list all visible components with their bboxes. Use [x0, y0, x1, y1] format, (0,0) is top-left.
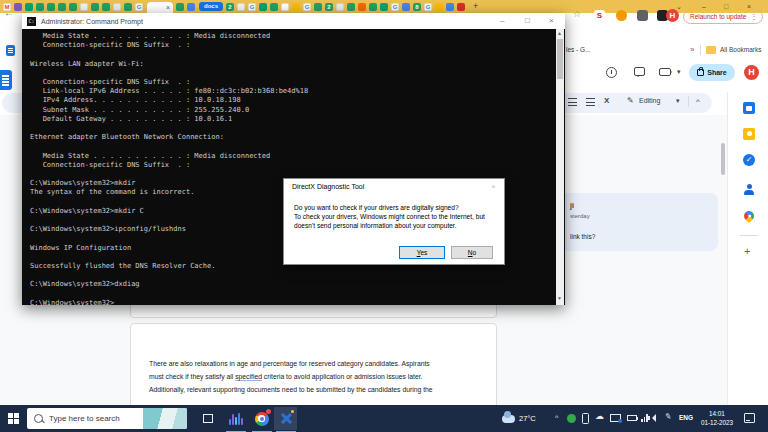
doc-link[interactable]: specified	[235, 373, 262, 380]
tab-favicon[interactable]	[292, 3, 300, 11]
hide-menus-chevron-icon[interactable]: ^	[696, 97, 700, 106]
tab-favicon[interactable]	[113, 3, 121, 11]
tab-favicon[interactable]: 2	[226, 3, 234, 11]
tab-favicon[interactable]: G	[391, 3, 399, 11]
docs-profile-avatar[interactable]: H	[744, 65, 759, 80]
tab-favicon[interactable]	[435, 3, 443, 11]
docs-logo-icon[interactable]	[0, 70, 12, 90]
taskbar-search-input[interactable]: Type here to search	[27, 408, 187, 429]
tab-favicon[interactable]: 2	[325, 3, 333, 11]
meet-caret-icon[interactable]: ▾	[677, 68, 681, 76]
tab-favicon[interactable]: G	[248, 3, 256, 11]
tab-favicon[interactable]	[259, 3, 267, 11]
network-signal-icon[interactable]	[641, 414, 648, 422]
x-app-icon[interactable]	[274, 407, 297, 430]
bookmarks-folder-icon[interactable]	[706, 46, 716, 54]
tab-favicon[interactable]	[47, 3, 55, 11]
waveform-app-icon[interactable]	[224, 407, 247, 430]
language-indicator[interactable]: ENG	[679, 414, 693, 421]
tab-favicon[interactable]	[270, 3, 278, 11]
tab-favicon[interactable]	[187, 3, 195, 11]
cmd-close-button[interactable]: ×	[549, 13, 554, 29]
browser-menu-icon[interactable]: ⋮	[750, 9, 757, 24]
relaunch-to-update-button[interactable]: Relaunch to update ⋮	[683, 9, 763, 24]
keep-icon[interactable]	[743, 128, 755, 140]
tab-favicon[interactable]	[314, 3, 322, 11]
tab-favicon[interactable]	[237, 3, 245, 11]
bookmark-star-icon[interactable]: ☆	[573, 9, 581, 19]
pencil-icon[interactable]: ✎	[627, 96, 634, 105]
tab-close-icon[interactable]: ×	[166, 3, 170, 12]
tray-phone-icon[interactable]	[582, 413, 589, 424]
tab-favicon[interactable]	[91, 3, 99, 11]
clear-formatting-icon[interactable]: X	[604, 96, 609, 105]
tab-favicon[interactable]	[176, 3, 184, 11]
comment-icon[interactable]	[634, 67, 645, 76]
tab-favicon[interactable]	[402, 3, 410, 11]
tab-favicon[interactable]	[446, 3, 454, 11]
docs-scrollbar-thumb[interactable]	[721, 143, 725, 175]
task-view-button[interactable]	[196, 407, 219, 430]
yes-button[interactable]: Yes	[399, 246, 445, 259]
contacts-icon[interactable]	[743, 184, 755, 196]
bookmark-docs-favicon[interactable]	[6, 45, 15, 56]
extensions-puzzle-icon[interactable]	[637, 10, 648, 21]
search-highlight-image[interactable]	[143, 408, 187, 429]
new-tab-button[interactable]: +	[473, 1, 478, 12]
meet-camera-icon[interactable]	[659, 68, 671, 76]
tab-favicon[interactable]: G	[424, 3, 432, 11]
tab-favicon[interactable]	[369, 3, 377, 11]
tab-favicon[interactable]	[358, 3, 366, 11]
cmd-minimize-button[interactable]: –	[500, 13, 504, 29]
tab-favicon[interactable]	[380, 3, 388, 11]
tab-favicon[interactable]	[102, 3, 110, 11]
chrome-taskbar-icon[interactable]	[250, 407, 273, 430]
directx-diagnostic-dialog[interactable]: DirectX Diagnostic Tool × Do you want to…	[283, 178, 505, 265]
pen-workspace-icon[interactable]: ✎	[664, 411, 672, 421]
scroll-up-arrow-icon[interactable]: ▲	[557, 30, 562, 36]
scroll-down-arrow-icon[interactable]: ▼	[557, 295, 562, 301]
profile-avatar[interactable]: H	[666, 9, 679, 22]
onedrive-cloud-icon[interactable]: ☁	[595, 411, 604, 421]
tab-group-chip[interactable]: docs	[199, 2, 223, 11]
tab-favicon[interactable]	[14, 3, 22, 11]
start-button[interactable]	[0, 405, 26, 432]
tab-favicon[interactable]	[80, 3, 88, 11]
action-center-icon[interactable]	[744, 413, 755, 423]
tray-expand-chevron-icon[interactable]: ^	[555, 414, 558, 421]
volume-speaker-icon[interactable]	[652, 414, 656, 422]
tab-favicon[interactable]	[69, 3, 77, 11]
tab-favicon[interactable]: 8	[413, 3, 421, 11]
editing-mode-dropdown[interactable]: Editing	[639, 97, 660, 104]
tab-favicon[interactable]	[58, 3, 66, 11]
taskbar-clock[interactable]: 14:01 01-12-2023	[700, 409, 734, 427]
comment-card[interactable]: ji sterday link this?	[540, 193, 718, 251]
tab-favicon[interactable]	[457, 3, 465, 11]
dialog-close-icon[interactable]: ×	[491, 182, 496, 191]
indent-increase-icon[interactable]	[586, 98, 595, 107]
no-button[interactable]: No	[451, 246, 493, 259]
extension-s-icon[interactable]: S	[594, 10, 605, 21]
battery-icon[interactable]	[627, 415, 637, 421]
tasks-icon[interactable]: ✓	[743, 154, 755, 166]
extension-orange-icon[interactable]	[616, 10, 627, 21]
tab-favicon[interactable]	[25, 3, 33, 11]
bookmark-label-fragment[interactable]: les - G...	[566, 46, 591, 53]
tab-favicon[interactable]	[281, 3, 289, 11]
active-tab[interactable]: ×	[147, 2, 173, 13]
tab-favicon[interactable]	[336, 3, 344, 11]
all-bookmarks-button[interactable]: All Bookmarks	[720, 46, 762, 53]
cmd-scrollbar-thumb[interactable]	[557, 39, 563, 79]
tab-favicon[interactable]	[347, 3, 355, 11]
tab-favicon[interactable]: G	[303, 3, 311, 11]
cmd-title-bar[interactable]: C: Administrator: Command Prompt	[22, 13, 565, 29]
cmd-scrollbar[interactable]: ▲ ▼	[556, 29, 564, 305]
tab-favicon[interactable]: G	[135, 3, 143, 11]
calendar-icon[interactable]	[743, 102, 755, 114]
weather-widget[interactable]: 27°C	[502, 405, 536, 432]
share-button[interactable]: Share	[689, 64, 735, 81]
version-history-icon[interactable]	[606, 67, 617, 78]
indent-decrease-icon[interactable]	[568, 98, 577, 107]
tray-antivirus-icon[interactable]	[567, 414, 576, 423]
editing-caret-icon[interactable]: ▾	[676, 97, 680, 105]
